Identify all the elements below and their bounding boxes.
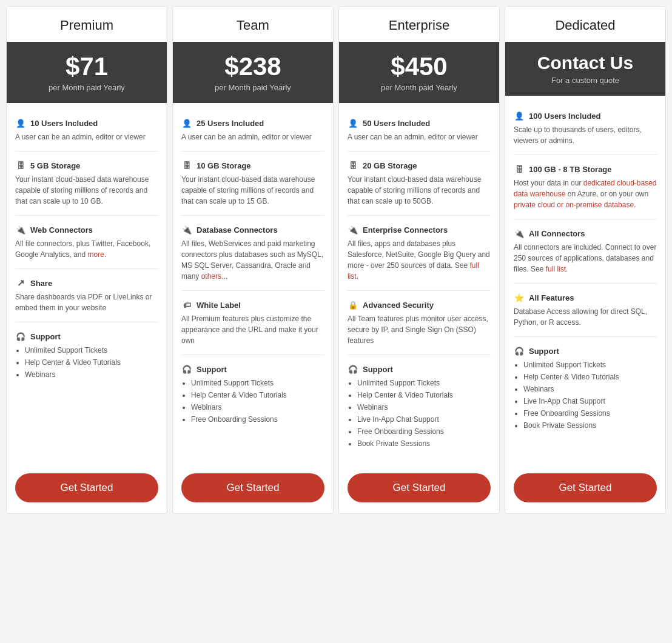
feature-title-row-dedicated-3: All Features [514,292,657,303]
feature-title-team-1: 10 GB Storage [197,161,251,170]
contact-title-dedicated: Contact Us [537,53,633,73]
plan-price-box-premium: $71 per Month paid Yearly [7,42,167,103]
feature-title-dedicated-2: All Connectors [529,229,585,238]
plan-price-box-enterprise: $450 per Month paid Yearly [339,42,499,103]
feature-list-item-enterprise-4-0: Unlimited Support Tickets [357,378,491,388]
get-started-button-team[interactable]: Get Started [181,473,324,502]
feature-title-row-enterprise-0: 50 Users Included [348,118,491,128]
plan-footer-enterprise: Get Started [339,465,499,513]
feature-list-item-team-4-2: Webinars [191,402,324,413]
feature-block-team-3: White LabelAll Premium features plus cus… [181,291,324,355]
db-icon-enterprise-1 [348,160,358,171]
feature-desc-premium-3: Share dashboards via PDF or LiveLinks or… [15,292,158,313]
feature-list-item-enterprise-4-3: Live In-App Chat Support [357,414,491,425]
feature-desc-enterprise-3: All Team features plus monitor user acce… [348,313,491,346]
feature-desc-dedicated-0: Scale up to thousands of users, editors,… [514,124,657,146]
feature-title-row-enterprise-1: 20 GB Storage [348,160,491,171]
feature-desc-team-2: All files, WebServices and paid marketin… [181,238,324,282]
feature-title-row-team-1: 10 GB Storage [181,160,324,171]
feature-list-item-dedicated-4-5: Book Private Sessions [523,420,657,431]
feature-desc-premium-4: Unlimited Support TicketsHelp Center & V… [15,345,158,380]
feature-desc-dedicated-3: Database Access allowing for direct SQL,… [514,306,657,328]
user-icon-dedicated-0 [514,110,525,121]
feature-title-team-4: Support [197,365,227,374]
feature-block-enterprise-4: SupportUnlimited Support TicketsHelp Cen… [348,355,491,459]
feature-title-dedicated-0: 100 Users Included [529,112,601,121]
feature-desc-team-3: All Premium features plus customize the … [181,313,324,346]
feature-list-item-dedicated-4-2: Webinars [523,384,657,395]
feature-title-enterprise-2: Enterprise Connectors [363,225,448,235]
feature-block-team-4: SupportUnlimited Support TicketsHelp Cen… [181,355,324,435]
feature-list-premium-4: Unlimited Support TicketsHelp Center & V… [15,345,158,380]
feature-list-item-dedicated-4-3: Live In-App Chat Support [523,396,657,407]
feature-title-team-3: White Label [197,301,241,310]
plan-price-box-dedicated: Contact Us For a custom quote [505,42,665,96]
plan-features-enterprise: 50 Users IncludedA user can be an admin,… [339,103,499,465]
plug-icon-premium-2 [15,224,26,235]
feature-title-dedicated-3: All Features [529,293,574,302]
db-icon-team-1 [181,160,192,171]
feature-block-team-2: Database ConnectorsAll files, WebService… [181,216,324,291]
feature-desc-enterprise-0: A user can be an admin, editor or viewer [348,132,491,142]
feature-list-team-4: Unlimited Support TicketsHelp Center & V… [181,378,324,425]
feature-desc-enterprise-1: Your instant cloud-based data warehouse … [348,174,491,207]
plan-name-premium: Premium [7,7,167,42]
feature-list-item-team-4-3: Free Onboarding Sessions [191,414,324,425]
feature-block-premium-1: 5 GB StorageYour instant cloud-based dat… [15,152,158,216]
feature-desc-dedicated-4: Unlimited Support TicketsHelp Center & V… [514,359,657,431]
get-started-button-dedicated[interactable]: Get Started [514,473,657,502]
plan-price-box-team: $238 per Month paid Yearly [173,42,333,103]
feature-title-team-2: Database Connectors [197,225,278,235]
plan-name-enterprise: Enterprise [339,7,499,42]
get-started-button-premium[interactable]: Get Started [15,473,158,502]
feature-block-dedicated-2: All ConnectorsAll connectors are include… [514,219,657,284]
feature-title-premium-4: Support [30,332,61,341]
feature-desc-enterprise-4: Unlimited Support TicketsHelp Center & V… [348,378,491,449]
feature-list-item-team-4-0: Unlimited Support Tickets [191,378,324,388]
feature-title-premium-1: 5 GB Storage [30,161,80,170]
support-icon-enterprise-4 [348,364,358,375]
feature-list-item-team-4-1: Help Center & Video Tutorials [191,390,324,401]
feature-desc-premium-1: Your instant cloud-based data warehouse … [15,174,158,207]
feature-block-enterprise-3: Advanced SecurityAll Team features plus … [348,291,491,355]
feature-desc-team-1: Your instant cloud-based data warehouse … [181,174,324,207]
feature-title-row-team-3: White Label [181,299,324,310]
feature-title-row-enterprise-3: Advanced Security [348,299,491,310]
feature-title-row-team-4: Support [181,364,324,375]
get-started-button-enterprise[interactable]: Get Started [348,473,491,502]
support-icon-dedicated-4 [514,345,525,356]
plan-footer-dedicated: Get Started [505,465,665,513]
feature-list-item-premium-4-0: Unlimited Support Tickets [25,345,158,356]
pricing-grid: Premium $71 per Month paid Yearly 10 Use… [6,6,666,514]
plan-card-dedicated: Dedicated Contact Us For a custom quote … [505,6,666,514]
plan-price-premium: $71 [13,53,161,81]
db-icon-dedicated-1 [514,164,525,175]
feature-title-row-dedicated-4: Support [514,345,657,356]
plan-name-team: Team [173,7,333,42]
plan-price-team: $238 [179,53,327,81]
feature-title-row-premium-0: 10 Users Included [15,118,158,128]
feature-block-premium-3: ShareShare dashboards via PDF or LiveLin… [15,269,158,322]
feature-desc-enterprise-2: All files, apps and databases plus Sales… [348,238,491,282]
feature-title-enterprise-4: Support [363,365,393,374]
plug-icon-team-2 [181,224,192,235]
feature-desc-team-4: Unlimited Support TicketsHelp Center & V… [181,378,324,425]
user-icon-enterprise-0 [348,118,358,128]
feature-block-dedicated-4: SupportUnlimited Support TicketsHelp Cen… [514,337,657,441]
user-icon-team-0 [181,118,192,128]
plan-price-enterprise: $450 [345,53,493,81]
feature-list-item-enterprise-4-1: Help Center & Video Tutorials [357,390,491,401]
feature-title-row-premium-1: 5 GB Storage [15,160,158,171]
feature-block-dedicated-0: 100 Users IncludedScale up to thousands … [514,102,657,155]
lock-icon-enterprise-3 [348,299,358,310]
feature-title-premium-0: 10 Users Included [30,119,98,128]
feature-title-row-premium-4: Support [15,331,158,342]
plan-footer-premium: Get Started [7,465,167,513]
feature-title-row-team-0: 25 Users Included [181,118,324,128]
db-icon-premium-1 [15,160,26,171]
feature-title-premium-3: Share [30,279,52,288]
feature-block-premium-0: 10 Users IncludedA user can be an admin,… [15,109,158,152]
feature-title-row-enterprise-2: Enterprise Connectors [348,224,491,235]
contact-sub-dedicated: For a custom quote [551,76,619,85]
feature-title-dedicated-1: 100 GB - 8 TB Storage [529,165,612,174]
